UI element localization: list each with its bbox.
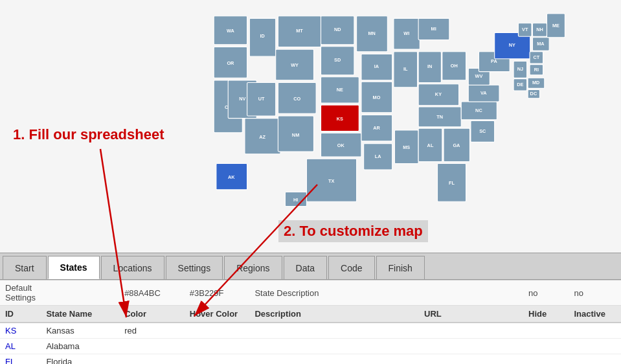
table-header-row: ID State Name Color Hover Color Descript… [0,306,621,323]
default-name-empty [41,280,119,306]
row-fl-id[interactable]: FL [0,354,41,365]
row-ks-hide [523,323,569,339]
svg-rect-82 [528,78,545,88]
col-header-description: Description [249,306,419,323]
row-ks-color: red [119,323,185,339]
col-header-id: ID [0,306,41,323]
row-al-desc [249,339,419,354]
tab-locations[interactable]: Locations [101,256,164,279]
svg-rect-54 [442,52,466,80]
tab-data[interactable]: Data [284,256,328,279]
row-fl-url [419,354,523,365]
tab-regions[interactable]: Regions [224,256,282,279]
table-row: KS Kansas red [0,323,621,339]
row-fl-color [119,354,185,365]
svg-rect-36 [361,54,392,80]
svg-rect-16 [245,119,280,154]
table-area: Default Settings #88A4BC #3B229F State D… [0,280,621,364]
default-inactive: no [569,280,621,306]
row-al-id[interactable]: AL [0,339,41,354]
row-fl-hide [523,354,569,365]
svg-rect-48 [394,130,418,163]
svg-rect-22 [321,16,354,45]
col-header-state-name: State Name [41,306,119,323]
svg-rect-80 [514,79,527,91]
table-row: AL Alabama [0,339,621,354]
svg-rect-40 [361,115,392,141]
svg-rect-24 [321,47,354,75]
svg-rect-66 [471,120,495,142]
svg-rect-88 [530,65,543,75]
row-ks-hover [185,323,250,339]
col-header-url: URL [419,306,523,323]
row-al-url [419,339,523,354]
annotation-step2: 2. To customize map [278,220,428,242]
row-ks-inactive [569,323,621,339]
svg-rect-20 [278,116,313,152]
svg-rect-18 [278,83,316,114]
row-fl-inactive [569,354,621,365]
row-ks-name: Kansas [41,323,119,339]
tab-start[interactable]: Start [3,256,47,279]
row-ks-id[interactable]: KS [0,323,41,339]
svg-rect-12 [276,49,314,80]
default-hover-color: #3B229F [185,280,250,306]
svg-rect-2 [214,47,247,78]
table-row: FL Florida [0,354,621,365]
svg-rect-6 [249,18,275,56]
svg-rect-60 [418,128,442,161]
row-ks-url [419,323,523,339]
svg-rect-68 [461,102,497,120]
row-fl-hover [185,354,250,365]
annotation-step1: 1. Fill our spreadsheet [13,126,164,143]
default-settings-row: Default Settings #88A4BC #3B229F State D… [0,280,621,306]
svg-rect-14 [247,83,276,116]
default-hide: no [523,280,569,306]
svg-rect-86 [530,52,543,63]
col-header-inactive: Inactive [569,306,621,323]
col-header-hover-color: Hover Color [185,306,250,323]
svg-rect-94 [518,23,532,37]
row-al-hide [523,339,569,354]
svg-rect-92 [532,23,547,37]
row-fl-desc [249,354,419,365]
svg-rect-62 [444,128,469,161]
default-label: Default Settings [0,280,41,306]
tab-code[interactable]: Code [328,256,374,279]
svg-rect-38 [361,82,392,113]
svg-rect-0 [214,16,247,45]
svg-rect-28 [321,105,359,131]
svg-rect-30 [321,133,361,157]
default-color: #88A4BC [119,280,185,306]
row-fl-name: Florida [41,354,119,365]
svg-rect-100 [285,192,306,207]
row-ks-desc [249,323,419,339]
svg-rect-78 [514,61,527,78]
svg-rect-90 [532,38,549,51]
svg-rect-26 [321,77,359,103]
svg-rect-56 [418,84,458,106]
us-map[interactable]: .state { fill: #7d9db5; stroke: #fff; st… [181,6,570,240]
default-description: State Description [249,280,419,306]
col-header-color: Color [119,306,185,323]
svg-rect-46 [394,52,418,87]
svg-rect-64 [438,163,466,201]
row-al-inactive [569,339,621,354]
svg-rect-42 [364,144,392,170]
row-al-hover [185,339,250,354]
svg-rect-96 [547,14,565,38]
col-header-hide: Hide [523,306,569,323]
tab-finish[interactable]: Finish [376,256,425,279]
svg-rect-10 [278,16,321,47]
tab-settings[interactable]: Settings [166,256,223,279]
states-table: Default Settings #88A4BC #3B229F State D… [0,280,621,364]
svg-rect-52 [418,52,441,83]
row-al-name: Alabama [41,339,119,354]
svg-rect-32 [306,159,356,201]
svg-rect-58 [418,107,461,127]
row-al-color [119,339,185,354]
svg-rect-50 [418,18,449,40]
svg-rect-34 [357,16,388,52]
tab-bar: Start States Locations Settings Regions … [0,253,621,280]
tab-states[interactable]: States [48,256,100,279]
